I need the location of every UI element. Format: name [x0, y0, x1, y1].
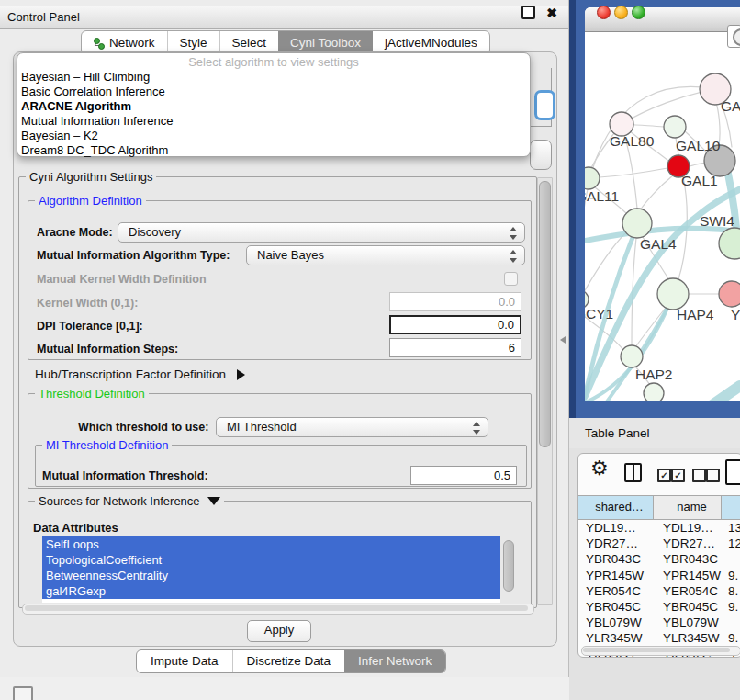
table-cell[interactable]: YDL19…: [578, 520, 654, 536]
minimize-traffic-light-icon[interactable]: [614, 6, 628, 19]
table-cell[interactable]: YER054C: [578, 583, 654, 599]
table-cell[interactable]: YPR145W: [654, 568, 722, 583]
table-row[interactable]: YBL079WYBL079W: [578, 615, 740, 630]
attribute-item[interactable]: SelfLoops: [42, 536, 500, 552]
attribute-item[interactable]: BetweennessCentrality: [42, 568, 500, 583]
table-row[interactable]: YDR27…YDR27…12: [578, 536, 740, 551]
table-cell[interactable]: YBR045C: [578, 599, 654, 615]
attribute-item[interactable]: gal4RGexp: [42, 583, 500, 599]
dropdown-item[interactable]: ARACNE Algorithm: [17, 99, 530, 114]
unchecked-checkbox-icon[interactable]: [692, 469, 706, 482]
table-cell[interactable]: YBL079W: [654, 615, 722, 630]
network-node[interactable]: [664, 116, 686, 138]
dropdown-item[interactable]: Bayesian – Hill Climbing: [17, 70, 530, 85]
settings-scrollbar-thumb[interactable]: [539, 181, 551, 447]
tab-infer-network[interactable]: Infer Network: [344, 650, 445, 672]
stepper-arrows-icon: [510, 250, 518, 263]
table-cell[interactable]: 13: [722, 520, 740, 536]
network-canvas[interactable]: GALGAL80GAL10GAL1GAL11GAL4SWI4GCY1HAP4YH…: [585, 31, 740, 401]
table-cell[interactable]: YBR045C: [654, 599, 722, 615]
table-panel-title: Table Panel: [569, 418, 740, 448]
columns-icon[interactable]: [624, 463, 642, 482]
apply-button[interactable]: Apply: [247, 620, 311, 642]
data-attributes-list[interactable]: SelfLoops TopologicalCoefficient Between…: [42, 536, 500, 603]
aracne-mode-select[interactable]: Discovery: [118, 222, 525, 243]
table-cell[interactable]: YBL079W: [578, 615, 654, 630]
gear-icon[interactable]: ⚙: [590, 457, 609, 480]
network-node[interactable]: [644, 383, 664, 401]
table-cell[interactable]: YDL19…: [654, 520, 722, 536]
table-cell[interactable]: YDR27…: [654, 536, 722, 551]
network-node[interactable]: [657, 278, 689, 310]
dropdown-item[interactable]: Bayesian – K2: [17, 129, 530, 143]
table-cell[interactable]: YPR145W: [578, 568, 654, 583]
network-edge[interactable]: [690, 163, 705, 166]
table-cell[interactable]: YLR345W: [578, 630, 654, 646]
column-header-shared[interactable]: shared…: [578, 496, 654, 519]
close-traffic-light-icon[interactable]: [597, 6, 611, 19]
checked-checkbox-icon[interactable]: ✓: [671, 469, 685, 482]
table-row[interactable]: YBR043CYBR043C: [578, 551, 740, 567]
checked-checkbox-icon[interactable]: ✓: [657, 469, 671, 482]
mi-algorithm-type-select[interactable]: Naive Bayes: [246, 245, 525, 265]
document-icon[interactable]: [725, 459, 740, 485]
network-node[interactable]: [585, 167, 600, 189]
dropdown-item[interactable]: Mutual Information Inference: [17, 114, 530, 129]
tab-discretize-data[interactable]: Discretize Data: [232, 650, 345, 672]
table-row[interactable]: YBR045CYBR045C9.: [578, 599, 740, 615]
network-edge[interactable]: [683, 386, 740, 401]
dropdown-item[interactable]: Basic Correlation Inference: [17, 85, 530, 99]
table-cell[interactable]: 9.: [722, 568, 740, 583]
table-row[interactable]: YPR145WYPR145W9.: [578, 568, 740, 583]
table-cell[interactable]: [722, 615, 740, 630]
data-attributes-label: Data Attributes: [33, 521, 118, 535]
split-pane-collapse-icon[interactable]: [560, 336, 566, 344]
table-row[interactable]: YER054CYER054C8.: [578, 583, 740, 599]
table-cell[interactable]: 9.: [722, 599, 740, 615]
network-combobox-fragment[interactable]: [530, 140, 552, 170]
table-cell[interactable]: 8.: [722, 583, 740, 599]
mi-steps-input[interactable]: 6: [389, 338, 521, 357]
table-row[interactable]: YLR345WYLR345W9.: [578, 630, 740, 646]
table-cell[interactable]: 12: [722, 536, 740, 551]
kernel-width-input[interactable]: 0.0: [389, 292, 521, 311]
settings-horizontal-scrollbar[interactable]: [22, 604, 534, 615]
dpi-tolerance-input[interactable]: 0.0: [389, 315, 521, 334]
table-scrollbar-thumb[interactable]: [583, 648, 730, 652]
table-cell[interactable]: YER054C: [654, 583, 722, 599]
float-window-icon[interactable]: [521, 6, 535, 19]
table-row[interactable]: YDL19…YDL19…13: [578, 520, 740, 536]
network-edge[interactable]: [640, 175, 673, 210]
table-cell[interactable]: YBR043C: [578, 551, 654, 567]
hub-definition-toggle[interactable]: Hub/Transcription Factor Definition: [35, 367, 245, 381]
network-node[interactable]: [621, 345, 643, 367]
table-horizontal-scrollbar[interactable]: [581, 646, 740, 656]
table-cell[interactable]: [722, 551, 740, 567]
attributes-scrollbar-thumb[interactable]: [503, 540, 514, 592]
unchecked-checkbox-icon[interactable]: [706, 469, 720, 482]
attribute-item[interactable]: TopologicalCoefficient: [42, 552, 500, 568]
close-icon[interactable]: ✖: [546, 2, 557, 24]
sources-legend[interactable]: Sources for Network Inference: [35, 494, 224, 508]
table-cell[interactable]: 9.: [722, 630, 740, 646]
column-header-name[interactable]: name: [654, 496, 722, 519]
dropdown-item[interactable]: Dream8 DC_TDC Algorithm: [17, 143, 530, 158]
network-node[interactable]: [719, 228, 740, 259]
docked-panel-icon[interactable]: [13, 686, 33, 700]
network-node[interactable]: [622, 209, 652, 238]
mi-threshold-input[interactable]: 0.5: [410, 466, 517, 485]
table-cell[interactable]: YLR345W: [654, 630, 722, 646]
algorithm-combobox-fragment[interactable]: [534, 90, 555, 120]
settings-vertical-scrollbar[interactable]: [537, 177, 553, 605]
manual-kernel-width-checkbox[interactable]: [504, 272, 518, 286]
horizontal-scrollbar-thumb[interactable]: [25, 605, 528, 611]
control-panel-title: Control Panel: [0, 6, 568, 28]
table-cell[interactable]: YDR27…: [578, 536, 654, 551]
network-node[interactable]: [719, 281, 740, 307]
which-threshold-select[interactable]: MI Threshold: [216, 417, 488, 437]
tab-impute-data[interactable]: Impute Data: [137, 650, 232, 672]
column-header-partial[interactable]: A: [722, 496, 740, 519]
table-cell[interactable]: YBR043C: [654, 551, 722, 567]
bottom-tabbar: Impute Data Discretize Data Infer Networ…: [136, 649, 446, 673]
zoom-traffic-light-icon[interactable]: [632, 6, 645, 19]
